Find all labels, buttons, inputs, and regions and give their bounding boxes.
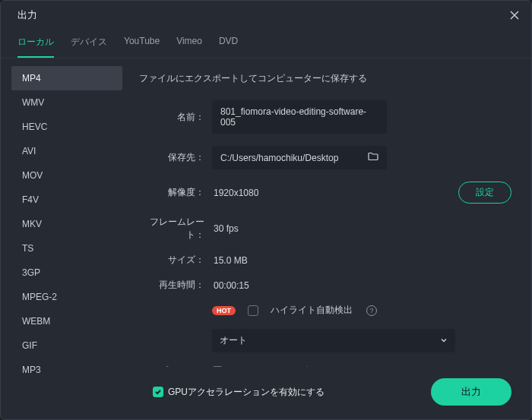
dialog-title: 出力 xyxy=(17,8,37,22)
format-avi[interactable]: AVI xyxy=(11,139,122,163)
format-3gp[interactable]: 3GP xyxy=(11,261,122,285)
row-select: オート xyxy=(139,329,511,352)
tab-youtube[interactable]: YouTube xyxy=(124,31,160,58)
resolution-value: 1920x1080 xyxy=(212,188,258,198)
gpu-accel-row: GPUアクセラレーションを有効にする xyxy=(153,386,325,399)
folder-icon[interactable] xyxy=(368,152,378,163)
hot-badge: HOT xyxy=(212,306,236,315)
format-mkv[interactable]: MKV xyxy=(11,212,122,236)
row-saveto: 保存先： C:/Users/hamochiku/Desktop xyxy=(139,146,511,169)
tab-dvd[interactable]: DVD xyxy=(219,31,238,58)
format-sidebar: MP4 WMV HEVC AVI MOV F4V MKV TS 3GP MPEG… xyxy=(1,58,131,367)
output-target-tabs: ローカル デバイス YouTube Vimeo DVD xyxy=(1,27,531,58)
format-gif[interactable]: GIF xyxy=(11,333,122,358)
name-input[interactable]: 801_fiomora-video-editing-software-005 xyxy=(212,100,387,134)
dialog-footer: GPUアクセラレーションを有効にする 出力 xyxy=(1,367,531,419)
highlight-label: ハイライト自動検出 xyxy=(271,304,353,317)
format-mp4[interactable]: MP4 xyxy=(11,66,122,90)
select-value: オート xyxy=(220,334,247,347)
gpu-checkbox[interactable] xyxy=(153,387,163,397)
row-size: サイズ： 15.0 MB xyxy=(139,254,511,267)
highlight-mode-select[interactable]: オート xyxy=(212,329,455,352)
format-hevc[interactable]: HEVC xyxy=(11,115,122,139)
tab-local[interactable]: ローカル xyxy=(17,31,54,58)
dialog-body: MP4 WMV HEVC AVI MOV F4V MKV TS 3GP MPEG… xyxy=(1,58,531,367)
label-duration: 再生時間： xyxy=(139,279,212,292)
format-f4v[interactable]: F4V xyxy=(11,188,122,212)
export-button[interactable]: 出力 xyxy=(431,378,511,406)
highlight-checkbox[interactable] xyxy=(248,305,258,316)
duration-value: 00:00:15 xyxy=(212,280,249,291)
label-framerate: フレームレート： xyxy=(139,216,212,242)
chevron-down-icon xyxy=(440,336,448,346)
saveto-value: C:/Users/hamochiku/Desktop xyxy=(220,153,338,163)
row-highlight: HOT ハイライト自動検出 ? xyxy=(139,304,511,317)
format-ts[interactable]: TS xyxy=(11,236,122,261)
panel-description: ファイルにエクスポートしてコンピューターに保存する xyxy=(139,72,511,85)
format-mpeg2[interactable]: MPEG-2 xyxy=(11,285,122,309)
format-mov[interactable]: MOV xyxy=(11,163,122,188)
label-name: 名前： xyxy=(139,111,212,124)
settings-panel: ファイルにエクスポートしてコンピューターに保存する 名前： 801_fiomor… xyxy=(131,58,531,367)
gpu-label: GPUアクセラレーションを有効にする xyxy=(168,386,325,399)
format-wmv[interactable]: WMV xyxy=(11,90,122,115)
export-dialog: 出力 ローカル デバイス YouTube Vimeo DVD MP4 WMV H… xyxy=(0,0,532,420)
row-name: 名前： 801_fiomora-video-editing-software-0… xyxy=(139,100,511,134)
row-framerate: フレームレート： 30 fps xyxy=(139,216,511,242)
row-duration: 再生時間： 00:00:15 xyxy=(139,279,511,292)
label-size: サイズ： xyxy=(139,254,212,267)
titlebar: 出力 xyxy=(1,1,531,27)
close-icon[interactable] xyxy=(508,9,521,21)
format-webm[interactable]: WEBM xyxy=(11,309,122,333)
help-icon[interactable]: ? xyxy=(366,305,377,316)
settings-button[interactable]: 設定 xyxy=(458,182,511,204)
label-saveto: 保存先： xyxy=(139,151,212,164)
tab-device[interactable]: デバイス xyxy=(71,31,107,58)
label-resolution: 解像度： xyxy=(139,186,212,199)
saveto-input[interactable]: C:/Users/hamochiku/Desktop xyxy=(212,146,387,169)
framerate-value: 30 fps xyxy=(212,223,239,234)
row-resolution: 解像度： 1920x1080 設定 xyxy=(139,182,511,204)
size-value: 15.0 MB xyxy=(212,255,248,266)
tab-vimeo[interactable]: Vimeo xyxy=(176,31,202,58)
